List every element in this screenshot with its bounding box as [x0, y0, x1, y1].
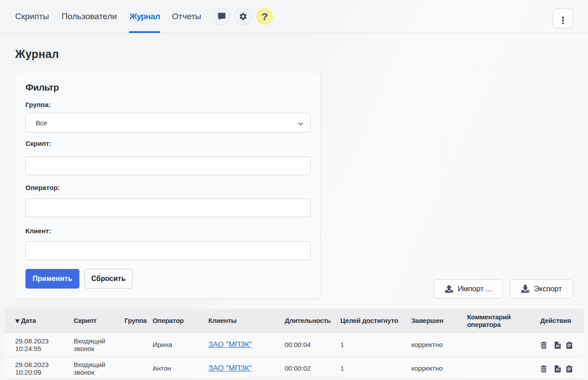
- client-link[interactable]: ЗАО "МПЗК": [208, 364, 252, 372]
- nav-icon-buttons: ?: [213, 8, 277, 25]
- action-icons-group: [540, 365, 577, 372]
- cell-finished: корректно: [411, 333, 467, 356]
- col-header-finished[interactable]: Завершен: [411, 309, 467, 333]
- group-label: Группа:: [25, 101, 51, 108]
- client-input[interactable]: [25, 241, 311, 260]
- filter-title: Фильтр: [25, 82, 59, 93]
- document-icon[interactable]: [555, 342, 561, 349]
- chevron-down-icon: [298, 121, 304, 127]
- col-header-group[interactable]: Группа: [124, 309, 153, 333]
- tab-users[interactable]: Пользователи: [62, 0, 117, 33]
- delete-icon[interactable]: [540, 365, 547, 372]
- script-label: Скрипт:: [25, 140, 51, 147]
- gear-icon: [239, 12, 248, 21]
- upload-icon: [445, 285, 453, 293]
- table-row: 29.08.202310:20:09 Входящий звонок Антон…: [5, 356, 584, 379]
- clipboard-icon[interactable]: [566, 342, 572, 349]
- clipboard-icon[interactable]: [566, 365, 572, 372]
- chat-button[interactable]: [213, 8, 230, 25]
- col-header-actions[interactable]: Действия: [540, 309, 584, 333]
- download-icon: [521, 285, 530, 293]
- cell-script: Входящий звонок: [74, 356, 124, 379]
- journal-table: ▼Дата Скрипт Группа Оператор Клиенты Дли…: [5, 309, 584, 379]
- journal-table-container: ▼Дата Скрипт Группа Оператор Клиенты Дли…: [5, 309, 584, 379]
- cell-script: Входящий звонок: [74, 333, 124, 356]
- operator-input[interactable]: [25, 198, 311, 217]
- col-header-comment[interactable]: Комментарий оператора: [467, 309, 540, 333]
- cell-date: 29.08.202310:20:09: [5, 356, 74, 379]
- export-button-label: Экспорт: [534, 285, 562, 293]
- question-mark-icon: ?: [261, 12, 268, 22]
- tab-reports[interactable]: Отчеты: [172, 0, 201, 33]
- client-link[interactable]: ЗАО "МПЗК": [208, 340, 252, 349]
- table-header-row: ▼Дата Скрипт Группа Оператор Клиенты Дли…: [5, 309, 584, 333]
- col-header-date[interactable]: ▼Дата: [5, 309, 74, 333]
- table-row: 29.08.202310:24:55 Входящий звонок Ирина…: [5, 333, 584, 356]
- cell-clients: ЗАО "МПЗК": [208, 333, 285, 356]
- import-button[interactable]: Импорт ...: [434, 279, 503, 298]
- cell-actions: [540, 333, 584, 356]
- chat-icon: [217, 12, 226, 21]
- tab-journal[interactable]: Журнал: [129, 0, 160, 33]
- cell-goals: 1: [340, 333, 411, 356]
- document-icon[interactable]: [555, 365, 561, 372]
- cell-duration: 00:00:04: [285, 333, 340, 356]
- settings-button[interactable]: [235, 8, 252, 25]
- operator-label: Оператор:: [25, 184, 60, 191]
- cell-actions: [540, 356, 584, 379]
- col-header-duration[interactable]: Длительность: [285, 309, 340, 333]
- sort-desc-icon: ▼: [15, 319, 20, 323]
- action-icons-group: [540, 342, 577, 349]
- delete-icon[interactable]: [540, 342, 547, 349]
- apply-button[interactable]: Применить: [25, 269, 79, 289]
- group-select-value: Все: [36, 119, 47, 127]
- import-button-label: Импорт ...: [458, 285, 492, 293]
- cell-date: 29.08.202310:24:55: [5, 333, 74, 356]
- col-header-clients[interactable]: Клиенты: [208, 309, 285, 333]
- client-label: Клиент:: [25, 227, 51, 235]
- cell-operator: Ирина: [153, 333, 208, 356]
- cell-comment: [467, 356, 540, 379]
- reset-button[interactable]: Сбросить: [84, 269, 133, 289]
- tab-scripts[interactable]: Скрипты: [15, 0, 49, 33]
- col-header-goals[interactable]: Целей достигнуто: [340, 309, 411, 333]
- group-select[interactable]: Все: [25, 113, 311, 132]
- cell-duration: 00:00:02: [285, 356, 340, 379]
- nav-tabs: Скрипты Пользователи Журнал Отчеты: [15, 0, 201, 33]
- cell-group: [124, 356, 153, 379]
- script-input[interactable]: [25, 157, 311, 175]
- col-header-script[interactable]: Скрипт: [74, 309, 124, 333]
- top-navigation-bar: Скрипты Пользователи Журнал Отчеты ?: [0, 0, 588, 33]
- cell-finished: корректно: [411, 356, 467, 379]
- cell-comment: [467, 333, 540, 356]
- kebab-menu-icon: [562, 16, 564, 25]
- more-menu-button[interactable]: [553, 8, 573, 29]
- cell-group: [124, 333, 153, 356]
- filter-panel: Фильтр Группа: Все Скрипт: Оператор: Кли…: [15, 72, 320, 299]
- cell-goals: 1: [340, 356, 411, 379]
- cell-operator: Антон: [153, 356, 208, 379]
- help-button[interactable]: ?: [256, 8, 273, 25]
- cell-clients: ЗАО "МПЗК": [208, 356, 285, 379]
- page-title: Журнал: [15, 48, 59, 61]
- col-header-operator[interactable]: Оператор: [153, 309, 208, 333]
- export-button[interactable]: Экспорт: [510, 279, 573, 298]
